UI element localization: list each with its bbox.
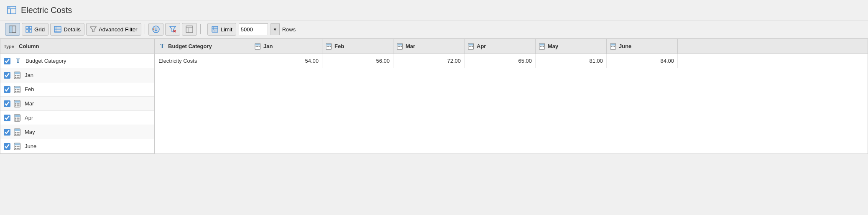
separator-1 <box>145 24 145 34</box>
svg-rect-84 <box>328 46 329 47</box>
calc-type-icon <box>14 128 21 136</box>
filter-icon <box>90 26 97 33</box>
svg-rect-75 <box>18 148 20 149</box>
svg-rect-58 <box>17 119 18 120</box>
limit-dropdown[interactable]: ▼ <box>271 23 280 35</box>
data-panel: T Budget Category Jan <box>155 39 868 154</box>
svg-rect-41 <box>15 91 16 92</box>
budget-category-checkbox[interactable] <box>4 58 10 64</box>
table-icon <box>7 5 17 15</box>
apr-value: 65.00 <box>518 58 532 64</box>
feb-checkbox[interactable] <box>4 86 10 93</box>
svg-rect-54 <box>15 118 16 119</box>
panel-toggle-button[interactable] <box>5 23 20 36</box>
svg-rect-42 <box>17 91 18 92</box>
separator-2 <box>200 24 201 34</box>
svg-rect-105 <box>614 46 615 47</box>
svg-rect-83 <box>327 46 327 47</box>
rows-label: Rows <box>282 26 296 33</box>
svg-rect-43 <box>18 91 20 92</box>
svg-rect-94 <box>470 46 471 47</box>
svg-rect-48 <box>18 103 20 105</box>
svg-rect-82 <box>327 44 331 45</box>
clear-filter-button[interactable] <box>165 23 180 36</box>
svg-rect-39 <box>17 89 18 90</box>
grid-header-apr: Apr <box>465 39 536 54</box>
svg-rect-30 <box>15 75 16 76</box>
grid-cell-jan: 54.00 <box>251 54 322 68</box>
calc-header-icon <box>397 43 403 50</box>
svg-rect-37 <box>15 86 20 88</box>
details-view-button[interactable]: Details <box>50 23 84 36</box>
grid-cell-may: 81.00 <box>536 54 607 68</box>
limit-input[interactable] <box>239 23 268 35</box>
advanced-filter-button[interactable]: Advanced Filter <box>86 23 141 36</box>
column-name: Budget Category <box>26 58 66 64</box>
svg-rect-102 <box>611 44 615 45</box>
june-checkbox[interactable] <box>4 143 10 150</box>
calc-type-icon <box>14 143 21 150</box>
grid-cell-budget-category: Electricity Costs <box>155 54 251 68</box>
import-button[interactable] <box>148 23 163 36</box>
calc-type-icon <box>14 72 21 79</box>
column-panel: Type Column T Budget Category <box>0 39 155 154</box>
list-item: June <box>0 139 154 154</box>
toolbar: Grid Details Advanced Filter <box>0 20 868 38</box>
svg-rect-57 <box>15 119 16 120</box>
main-content: Type Column T Budget Category <box>0 38 868 154</box>
list-item: T Budget Category <box>0 54 154 68</box>
jan-checkbox[interactable] <box>4 72 10 79</box>
svg-rect-38 <box>15 89 16 90</box>
calc-type-icon <box>14 86 21 93</box>
grid-col-header-label: Apr <box>477 43 486 49</box>
column-header-label: Column <box>19 43 39 49</box>
list-item: Feb <box>0 82 154 97</box>
grid-header-budget-category: T Budget Category <box>155 39 251 54</box>
svg-rect-55 <box>17 118 18 119</box>
mar-checkbox[interactable] <box>4 100 10 107</box>
calc-header-icon <box>326 43 332 50</box>
panel-icon <box>9 26 16 33</box>
limit-label: Limit <box>221 26 232 33</box>
column-name: Jan <box>25 72 33 78</box>
app-container: Electric Costs Grid <box>0 0 868 215</box>
calc-type-icon <box>14 114 21 122</box>
limit-button[interactable]: Limit <box>207 23 236 36</box>
svg-rect-59 <box>18 119 20 120</box>
svg-rect-22 <box>186 26 193 33</box>
svg-rect-66 <box>17 133 18 135</box>
svg-rect-99 <box>541 46 542 47</box>
column-name: Mar <box>25 100 34 107</box>
calc-header-icon <box>255 43 261 50</box>
list-item: Jan <box>0 68 154 82</box>
apr-checkbox[interactable] <box>4 115 10 121</box>
svg-rect-73 <box>15 148 16 149</box>
svg-rect-5 <box>9 26 12 33</box>
calc-header-icon <box>468 43 475 50</box>
grid-cell-mar: 72.00 <box>393 54 465 68</box>
column-name: Feb <box>25 86 34 92</box>
may-checkbox[interactable] <box>4 129 10 136</box>
svg-rect-34 <box>17 77 18 78</box>
grid-view-button[interactable]: Grid <box>22 23 49 36</box>
svg-rect-72 <box>18 146 20 147</box>
june-value: 84.00 <box>660 58 674 64</box>
layout-button[interactable] <box>182 23 197 36</box>
svg-rect-49 <box>15 105 16 106</box>
grid-col-header-label: Budget Category <box>168 43 212 49</box>
svg-rect-100 <box>543 46 544 47</box>
feb-value: 56.00 <box>376 58 390 64</box>
svg-rect-3 <box>8 7 10 8</box>
grid-header-jan: Jan <box>251 39 322 54</box>
grid-header: T Budget Category Jan <box>155 39 868 54</box>
grid-col-header-label: June <box>619 43 631 49</box>
grid-cell-feb: 56.00 <box>322 54 393 68</box>
calc-header-icon <box>539 43 546 50</box>
svg-rect-10 <box>29 30 32 32</box>
svg-rect-78 <box>255 46 256 47</box>
svg-rect-74 <box>17 148 18 149</box>
svg-rect-98 <box>540 46 541 47</box>
svg-rect-29 <box>15 72 20 74</box>
grid-col-header-label: Jan <box>263 43 273 49</box>
type-header: Type <box>4 44 16 49</box>
